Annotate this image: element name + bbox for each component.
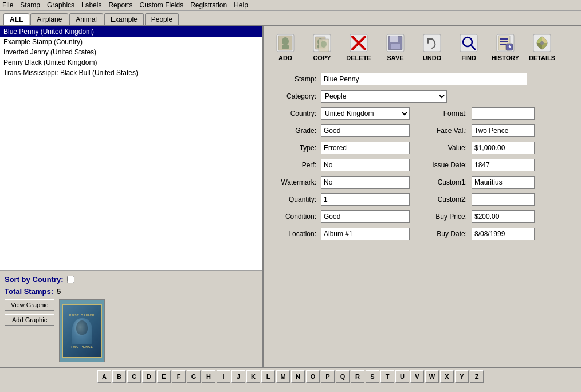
watermark-half: Watermark: — [270, 176, 410, 189]
alpha-btn-n[interactable]: N — [291, 370, 305, 383]
watermark-input[interactable] — [321, 176, 410, 189]
tab-example[interactable]: Example — [104, 13, 144, 25]
category-select[interactable]: People Airplane Animal Example — [321, 90, 447, 103]
alpha-btn-j[interactable]: J — [231, 370, 245, 383]
custom1-input[interactable] — [472, 176, 535, 189]
alpha-btn-d[interactable]: D — [142, 370, 156, 383]
alpha-btn-h[interactable]: H — [202, 370, 215, 383]
add-button[interactable]: ADD — [268, 30, 303, 64]
buy-price-input[interactable] — [472, 210, 535, 223]
quantity-input[interactable] — [321, 193, 410, 206]
graphic-area: View Graphic Add Graphic POST OFFICE TWO… — [5, 299, 258, 362]
perf-half: Perf: — [270, 159, 410, 171]
buyprice-half: Buy Price: — [421, 210, 535, 223]
list-item[interactable]: Example Stamp (Country) — [0, 37, 262, 47]
stamp-input[interactable] — [321, 73, 527, 85]
left-bottom: Sort by Country: Total Stamps: 5 View Gr… — [0, 271, 262, 367]
alpha-btn-y[interactable]: Y — [455, 370, 469, 383]
list-item[interactable]: Penny Black (United Kingdom) — [0, 57, 262, 68]
undo-button[interactable]: UNDO — [415, 30, 449, 64]
alpha-btn-v[interactable]: V — [410, 370, 424, 383]
menu-registration[interactable]: Registration — [190, 1, 227, 9]
alpha-btn-p[interactable]: P — [321, 370, 335, 383]
tab-people[interactable]: People — [145, 13, 179, 25]
alpha-btn-m[interactable]: M — [276, 370, 290, 383]
category-row: Category: People Airplane Animal Example — [270, 90, 574, 103]
menu-file[interactable]: File — [2, 1, 13, 9]
alpha-btn-w[interactable]: W — [425, 370, 439, 383]
buy-date-input[interactable] — [472, 228, 535, 240]
right-panel: ADD COPY — [264, 26, 581, 367]
alpha-btn-t[interactable]: T — [380, 370, 394, 383]
face-val-input[interactable] — [472, 124, 535, 137]
issuedate-half: Issue Date: — [421, 159, 535, 171]
details-button[interactable]: DETAILS — [525, 30, 559, 64]
alpha-btn-c[interactable]: C — [127, 370, 141, 383]
tab-airplane[interactable]: Airplane — [30, 13, 68, 25]
location-input[interactable] — [321, 228, 410, 240]
country-select[interactable]: United Kingdom United States France Germ… — [321, 107, 410, 120]
menu-help[interactable]: Help — [234, 1, 248, 9]
view-graphic-button[interactable]: View Graphic — [5, 299, 54, 311]
custom2-input[interactable] — [472, 193, 535, 206]
type-input[interactable] — [321, 142, 410, 154]
alpha-btn-z[interactable]: Z — [470, 370, 484, 383]
condition-label: Condition: — [270, 213, 316, 221]
list-item[interactable]: Inverted Jenny (United States) — [0, 47, 262, 57]
alpha-btn-x[interactable]: X — [440, 370, 454, 383]
alpha-btn-o[interactable]: O — [306, 370, 320, 383]
buy-date-label: Buy Date: — [421, 230, 467, 238]
location-label: Location: — [270, 230, 316, 238]
menu-stamp[interactable]: Stamp — [20, 1, 40, 9]
form-area: Stamp: Category: People Airplane Animal … — [264, 68, 581, 367]
watermark-label: Watermark: — [270, 178, 316, 186]
alpha-btn-b[interactable]: B — [112, 370, 126, 383]
save-button[interactable]: SAVE — [378, 30, 413, 64]
quantity-custom2-row: Quantity: Custom2: — [270, 193, 574, 206]
type-value-row: Type: Value: — [270, 142, 574, 154]
menu-labels[interactable]: Labels — [81, 1, 101, 9]
sort-row: Sort by Country: — [5, 275, 258, 284]
alpha-btn-u[interactable]: U — [395, 370, 409, 383]
alpha-btn-e[interactable]: E — [157, 370, 171, 383]
alpha-btn-r[interactable]: R — [351, 370, 364, 383]
alpha-btn-k[interactable]: K — [246, 370, 260, 383]
copy-button[interactable]: COPY — [305, 30, 339, 64]
issue-date-input[interactable] — [472, 159, 535, 171]
menubar: File Stamp Graphics Labels Reports Custo… — [0, 0, 581, 11]
undo-icon — [422, 33, 442, 53]
alpha-btn-q[interactable]: Q — [336, 370, 350, 383]
total-row: Total Stamps: 5 — [5, 287, 258, 296]
tab-all[interactable]: ALL — [3, 13, 29, 25]
custom1-half: Custom1: — [421, 176, 535, 189]
history-button[interactable]: ★ HISTORY — [488, 30, 523, 64]
list-item[interactable]: Trans-Mississippi: Black Bull (United St… — [0, 68, 262, 78]
tabbar: ALL Airplane Animal Example People — [0, 11, 581, 25]
alpha-btn-g[interactable]: G — [187, 370, 201, 383]
stamp-thumbnail: POST OFFICE TWO PENCE — [59, 299, 105, 362]
format-input[interactable] — [472, 107, 535, 120]
condition-input[interactable] — [321, 210, 410, 223]
save-label: SAVE — [387, 54, 403, 61]
alpha-btn-l[interactable]: L — [261, 370, 275, 383]
grade-input[interactable] — [321, 124, 410, 137]
delete-button[interactable]: DELETE — [341, 30, 376, 64]
list-item[interactable]: Blue Penny (United Kingdom) — [0, 26, 262, 37]
alpha-btn-s[interactable]: S — [366, 370, 379, 383]
svg-point-9 — [321, 41, 327, 48]
grade-label: Grade: — [270, 127, 316, 135]
menu-reports[interactable]: Reports — [108, 1, 132, 9]
alpha-btn-i[interactable]: I — [217, 370, 230, 383]
alpha-btn-a[interactable]: A — [97, 370, 111, 383]
find-button[interactable]: FIND — [452, 30, 486, 64]
svg-rect-16 — [391, 44, 400, 49]
perf-input[interactable] — [321, 159, 410, 171]
add-graphic-button[interactable]: Add Graphic — [5, 314, 54, 326]
menu-graphics[interactable]: Graphics — [47, 1, 74, 9]
sort-by-country-checkbox[interactable] — [67, 276, 74, 283]
value-input[interactable] — [472, 142, 535, 154]
stamp-list: Blue Penny (United Kingdom) Example Stam… — [0, 26, 262, 271]
menu-custom-fields[interactable]: Custom Fields — [139, 1, 183, 9]
tab-animal[interactable]: Animal — [69, 13, 103, 25]
alpha-btn-f[interactable]: F — [172, 370, 186, 383]
